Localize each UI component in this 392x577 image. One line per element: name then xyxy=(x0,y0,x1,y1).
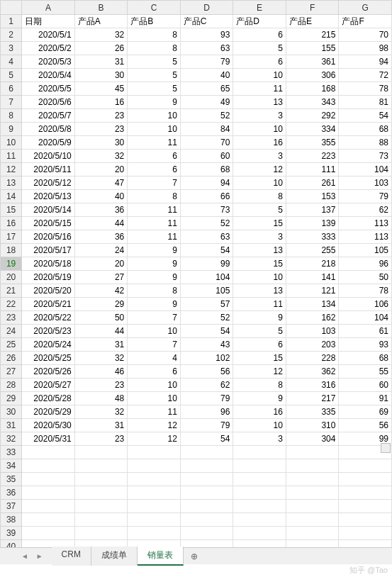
row-header-4[interactable]: 4 xyxy=(1,55,22,69)
cell-G36[interactable] xyxy=(339,486,392,500)
cell-B5[interactable]: 30 xyxy=(74,69,128,82)
cell-E14[interactable]: 8 xyxy=(233,190,286,203)
cell-D3[interactable]: 63 xyxy=(180,42,233,55)
cell-G3[interactable]: 98 xyxy=(339,42,392,55)
cell-F27[interactable]: 362 xyxy=(286,365,339,379)
cell-E21[interactable]: 13 xyxy=(233,284,286,298)
cell-C37[interactable] xyxy=(128,500,181,513)
cell-F2[interactable]: 215 xyxy=(286,28,339,42)
cell-G21[interactable]: 78 xyxy=(339,284,392,298)
cell-E20[interactable]: 10 xyxy=(233,271,286,284)
cell-E9[interactable]: 10 xyxy=(233,123,286,136)
cell-F18[interactable]: 255 xyxy=(286,244,339,257)
cell-A37[interactable] xyxy=(22,500,75,513)
row-header-31[interactable]: 31 xyxy=(1,419,22,432)
cell-G2[interactable]: 70 xyxy=(339,28,392,42)
cell-G6[interactable]: 78 xyxy=(339,82,392,96)
cell-A17[interactable]: 2020/5/16 xyxy=(22,230,75,244)
column-header-C[interactable]: C xyxy=(128,1,181,15)
cell-D27[interactable]: 56 xyxy=(180,365,233,379)
cell-C13[interactable]: 7 xyxy=(128,177,181,190)
cell-G10[interactable]: 88 xyxy=(339,136,392,150)
cell-A8[interactable]: 2020/5/7 xyxy=(22,109,75,123)
cell-G22[interactable]: 106 xyxy=(339,298,392,311)
cell-A13[interactable]: 2020/5/12 xyxy=(22,177,75,190)
row-header-19[interactable]: 19 xyxy=(1,257,22,271)
cell-D32[interactable]: 54 xyxy=(180,432,233,446)
cell-B29[interactable]: 48 xyxy=(74,392,128,405)
cell-E36[interactable] xyxy=(233,486,286,500)
cell-C32[interactable]: 12 xyxy=(128,432,181,446)
cell-A39[interactable] xyxy=(22,527,75,540)
cell-C20[interactable]: 9 xyxy=(128,271,181,284)
cell-E24[interactable]: 5 xyxy=(233,325,286,338)
cell-F5[interactable]: 306 xyxy=(286,69,339,82)
cell-B24[interactable]: 44 xyxy=(74,325,128,338)
cell-B11[interactable]: 32 xyxy=(74,150,128,163)
cell-F20[interactable]: 141 xyxy=(286,271,339,284)
cell-E27[interactable]: 12 xyxy=(233,365,286,379)
row-header-29[interactable]: 29 xyxy=(1,392,22,405)
cell-G35[interactable] xyxy=(339,473,392,486)
cell-C30[interactable]: 11 xyxy=(128,405,181,419)
cell-C10[interactable]: 11 xyxy=(128,136,181,150)
add-sheet-button[interactable]: ⊕ xyxy=(184,549,205,564)
cell-D12[interactable]: 68 xyxy=(180,163,233,177)
cell-G5[interactable]: 72 xyxy=(339,69,392,82)
cell-F7[interactable]: 343 xyxy=(286,96,339,109)
cell-C3[interactable]: 8 xyxy=(128,42,181,55)
cell-B36[interactable] xyxy=(74,486,128,500)
row-header-3[interactable]: 3 xyxy=(1,42,22,55)
cell-F32[interactable]: 304 xyxy=(286,432,339,446)
cell-G4[interactable]: 94 xyxy=(339,55,392,69)
cell-B23[interactable]: 50 xyxy=(74,311,128,325)
column-header-G[interactable]: G xyxy=(339,1,392,15)
row-header-9[interactable]: 9 xyxy=(1,123,22,136)
cell-E17[interactable]: 3 xyxy=(233,230,286,244)
row-header-28[interactable]: 28 xyxy=(1,379,22,392)
cell-C35[interactable] xyxy=(128,473,181,486)
cell-G7[interactable]: 81 xyxy=(339,96,392,109)
cell-D8[interactable]: 52 xyxy=(180,109,233,123)
cell-E23[interactable]: 9 xyxy=(233,311,286,325)
cell-D9[interactable]: 84 xyxy=(180,123,233,136)
sheet-tab-销量表[interactable]: 销量表 xyxy=(138,547,184,566)
cell-A2[interactable]: 2020/5/1 xyxy=(22,28,75,42)
row-header-26[interactable]: 26 xyxy=(1,352,22,365)
cell-C38[interactable] xyxy=(128,513,181,527)
cell-B26[interactable]: 32 xyxy=(74,352,128,365)
cell-D31[interactable]: 79 xyxy=(180,419,233,432)
cell-G12[interactable]: 104 xyxy=(339,163,392,177)
cell-F22[interactable]: 134 xyxy=(286,298,339,311)
cell-F23[interactable]: 162 xyxy=(286,311,339,325)
cell-G29[interactable]: 91 xyxy=(339,392,392,405)
cell-G14[interactable]: 79 xyxy=(339,190,392,203)
cell-E30[interactable]: 16 xyxy=(233,405,286,419)
cell-D4[interactable]: 79 xyxy=(180,55,233,69)
row-header-2[interactable]: 2 xyxy=(1,28,22,42)
cell-A15[interactable]: 2020/5/14 xyxy=(22,203,75,217)
cell-C28[interactable]: 10 xyxy=(128,379,181,392)
cell-C1[interactable]: 产品B xyxy=(128,15,181,28)
cell-E7[interactable]: 13 xyxy=(233,96,286,109)
cell-E8[interactable]: 3 xyxy=(233,109,286,123)
cell-B34[interactable] xyxy=(74,459,128,473)
cell-B4[interactable]: 31 xyxy=(74,55,128,69)
row-header-22[interactable]: 22 xyxy=(1,298,22,311)
cell-B27[interactable]: 46 xyxy=(74,365,128,379)
cell-D34[interactable] xyxy=(180,459,233,473)
cell-F9[interactable]: 334 xyxy=(286,123,339,136)
cell-A23[interactable]: 2020/5/22 xyxy=(22,311,75,325)
cell-D11[interactable]: 60 xyxy=(180,150,233,163)
cell-B8[interactable]: 23 xyxy=(74,109,128,123)
cell-A28[interactable]: 2020/5/27 xyxy=(22,379,75,392)
cell-A35[interactable] xyxy=(22,473,75,486)
cell-D28[interactable]: 62 xyxy=(180,379,233,392)
cell-A5[interactable]: 2020/5/4 xyxy=(22,69,75,82)
cell-F11[interactable]: 223 xyxy=(286,150,339,163)
cell-C31[interactable]: 12 xyxy=(128,419,181,432)
cell-D37[interactable] xyxy=(180,500,233,513)
cell-B19[interactable]: 20 xyxy=(74,257,128,271)
cell-F14[interactable]: 153 xyxy=(286,190,339,203)
cell-A9[interactable]: 2020/5/8 xyxy=(22,123,75,136)
